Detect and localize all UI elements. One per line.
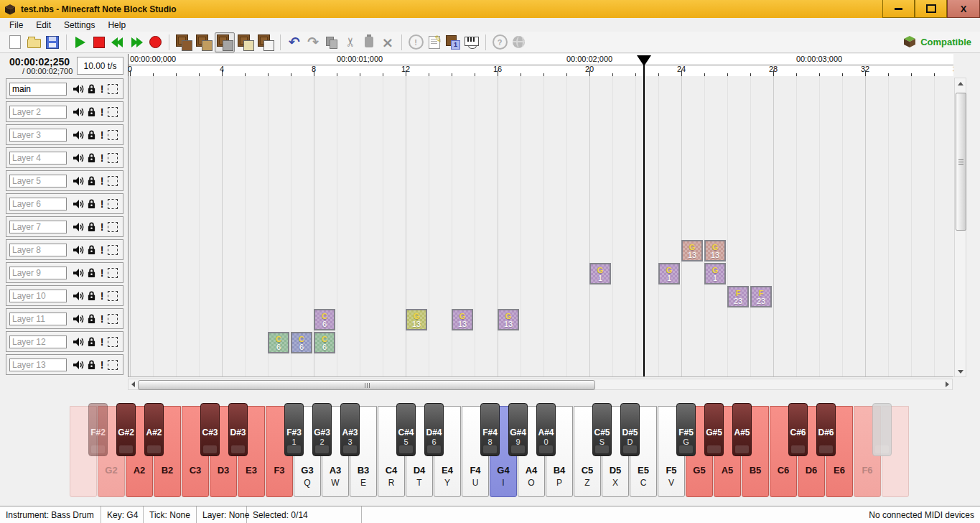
cut-button[interactable]: ✂ (342, 34, 359, 51)
layer-lock-button[interactable] (85, 313, 98, 325)
layer-select-button[interactable] (108, 176, 118, 186)
tool-noteblock-wood[interactable] (195, 33, 213, 52)
piano-key-F#3[interactable]: F#31 (284, 403, 304, 456)
layer-solo-button[interactable]: ! (98, 198, 106, 210)
layer-name-input[interactable] (9, 244, 67, 256)
copy-button[interactable] (323, 34, 340, 51)
layer-select-button[interactable] (108, 153, 118, 163)
noteblock-count-button[interactable]: 1 (444, 34, 462, 51)
layer-mute-button[interactable] (72, 335, 85, 348)
layer-solo-button[interactable]: ! (98, 106, 106, 119)
layer-mute-button[interactable] (72, 313, 85, 325)
layer-lock-button[interactable] (85, 175, 98, 188)
close-button[interactable]: X (947, 0, 980, 18)
tool-noteblock-dirt[interactable] (174, 33, 193, 52)
layer-mute-button[interactable] (72, 244, 85, 256)
menu-edit[interactable]: Edit (29, 19, 57, 32)
layer-name-input[interactable] (9, 335, 67, 348)
piano-key-ghost[interactable] (872, 403, 892, 456)
layer-select-button[interactable] (108, 291, 118, 301)
note-block[interactable]: F23 (750, 286, 772, 307)
layer-lock-button[interactable] (85, 335, 98, 348)
layer-select-button[interactable] (108, 268, 118, 278)
layer-select-button[interactable] (108, 337, 118, 347)
layer-lock-button[interactable] (85, 83, 98, 96)
layer-select-button[interactable] (108, 360, 118, 370)
note-block[interactable]: F23 (727, 286, 749, 307)
layer-mute-button[interactable] (72, 198, 85, 210)
note-block[interactable]: C6 (291, 332, 312, 353)
note-block[interactable]: C6 (268, 332, 289, 353)
piano-key-C#6[interactable]: C#6 (788, 403, 808, 456)
piano-key-A#5[interactable]: A#5 (732, 403, 752, 456)
layer-select-button[interactable] (108, 314, 118, 324)
layer-lock-button[interactable] (85, 267, 98, 279)
edit-note-button[interactable] (426, 34, 443, 51)
piano-key-A#3[interactable]: A#33 (340, 403, 360, 456)
layer-mute-button[interactable] (72, 175, 85, 188)
piano-key-F#2[interactable]: F#2 (88, 403, 108, 456)
layer-name-input[interactable] (9, 129, 67, 142)
ruler-ticks[interactable]: 04812162024283236 (129, 65, 953, 76)
layer-mute-button[interactable] (72, 83, 85, 96)
layer-mute-button[interactable] (72, 358, 85, 371)
vertical-scroll-thumb[interactable] (956, 93, 966, 231)
new-file-button[interactable] (6, 34, 24, 51)
piano-key-C#4[interactable]: C#45 (396, 403, 416, 456)
layer-solo-button[interactable]: ! (98, 175, 106, 188)
open-file-button[interactable] (25, 34, 42, 51)
layer-select-button[interactable] (108, 107, 118, 117)
layer-solo-button[interactable]: ! (98, 358, 106, 371)
note-block[interactable]: G1 (589, 263, 611, 284)
note-block[interactable]: G13 (681, 240, 703, 262)
layer-name-input[interactable] (9, 83, 67, 96)
menu-file[interactable]: File (3, 19, 29, 32)
piano-key-D#4[interactable]: D#46 (424, 403, 444, 456)
layer-mute-button[interactable] (72, 129, 85, 142)
horizontal-scrollbar[interactable] (128, 379, 953, 390)
undo-button[interactable]: ↶ (286, 34, 303, 51)
layer-name-input[interactable] (9, 175, 67, 188)
piano-key-D#3[interactable]: D#3 (228, 403, 248, 456)
piano-key-G#4[interactable]: G#49 (508, 403, 528, 456)
layer-solo-button[interactable]: ! (98, 152, 106, 165)
layer-mute-button[interactable] (72, 152, 85, 165)
layer-lock-button[interactable] (85, 290, 98, 302)
layer-name-input[interactable] (9, 221, 67, 233)
note-block[interactable]: C6 (314, 332, 335, 353)
layer-name-input[interactable] (9, 313, 67, 325)
stop-button[interactable] (90, 34, 108, 51)
layer-select-button[interactable] (108, 245, 118, 255)
midi-keyboard-button[interactable] (463, 34, 480, 51)
layer-select-button[interactable] (108, 199, 118, 209)
play-button[interactable] (72, 34, 89, 51)
layer-solo-button[interactable]: ! (98, 290, 106, 302)
ruler-timestamps[interactable]: 00:00:00;00000:00:01;00000:00:02;00000:0… (129, 54, 953, 65)
layer-mute-button[interactable] (72, 106, 85, 119)
tool-noteblock-sand[interactable] (236, 33, 255, 52)
playhead-marker[interactable] (637, 55, 651, 66)
note-block[interactable]: G13 (452, 309, 473, 330)
layer-solo-button[interactable]: ! (98, 313, 106, 325)
layer-solo-button[interactable]: ! (98, 221, 106, 233)
layer-mute-button[interactable] (72, 221, 85, 233)
minimize-button[interactable] (882, 0, 915, 18)
layer-select-button[interactable] (108, 222, 118, 232)
language-button[interactable] (510, 34, 527, 51)
layer-lock-button[interactable] (85, 221, 98, 233)
delete-button[interactable]: × (379, 34, 396, 51)
piano-key-C#3[interactable]: C#3 (200, 403, 220, 456)
piano-key-G#5[interactable]: G#5 (704, 403, 724, 456)
layer-lock-button[interactable] (85, 358, 98, 371)
fast-forward-button[interactable] (128, 34, 145, 51)
layer-lock-button[interactable] (85, 129, 98, 142)
tool-noteblock-stone[interactable] (215, 32, 235, 52)
record-button[interactable] (146, 34, 164, 51)
layer-solo-button[interactable]: ! (98, 244, 106, 256)
layer-select-button[interactable] (108, 84, 118, 94)
layer-solo-button[interactable]: ! (98, 335, 106, 348)
piano-key-G#3[interactable]: G#32 (312, 403, 332, 456)
note-block[interactable]: G13 (406, 309, 427, 330)
layer-name-input[interactable] (9, 152, 67, 165)
piano-key-D#5[interactable]: D#5D (620, 403, 640, 456)
